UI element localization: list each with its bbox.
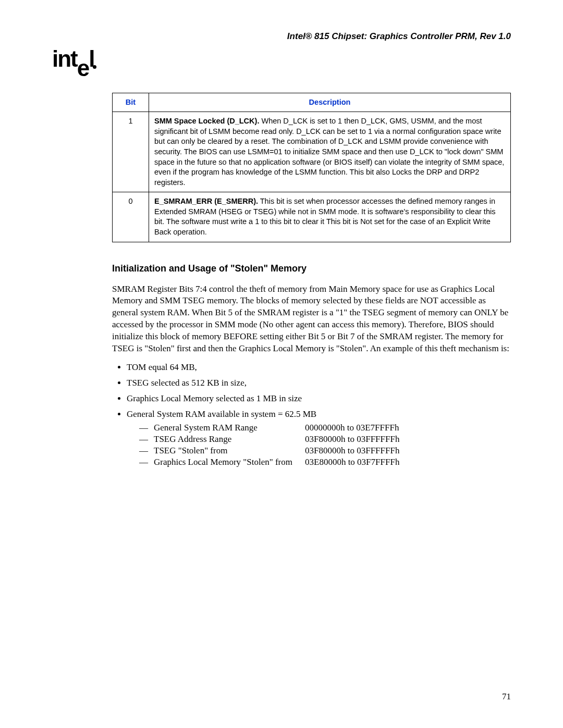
page-container: Intel® 815 Chipset: Graphics Controller … <box>0 0 563 728</box>
dash-icon: — <box>139 434 154 445</box>
page-number: 71 <box>502 692 511 702</box>
section-heading: Initialization and Usage of "Stolen" Mem… <box>112 263 511 274</box>
intel-logo: intel <box>52 46 511 77</box>
desc-text: When D_LCK is set to 1 then D_LCK, GMS, … <box>154 117 504 186</box>
dash-icon: — <box>139 446 154 456</box>
sub-value: 03F80000h to 03FFFFFFh <box>305 446 511 456</box>
dash-icon: — <box>139 423 154 433</box>
sub-list-item: — Graphics Local Memory "Stolen" from 03… <box>139 457 511 467</box>
list-item: TSEG selected as 512 KB in size, <box>127 378 511 388</box>
sub-list-item: — TSEG Address Range 03F80000h to 03FFFF… <box>139 434 511 445</box>
sub-label: General System RAM Range <box>154 423 305 433</box>
sub-label: TSEG "Stolen" from <box>154 446 305 456</box>
desc-strong: E_SMRAM_ERR (E_SMERR). <box>154 197 258 205</box>
table-header-bit: Bit <box>113 93 149 112</box>
table-header-description: Description <box>149 93 511 112</box>
list-item: Graphics Local Memory selected as 1 MB i… <box>127 393 511 404</box>
dash-icon: — <box>139 457 154 467</box>
content-body: Bit Description 1 SMM Space Locked (D_LC… <box>112 93 511 467</box>
sub-label: TSEG Address Range <box>154 434 305 445</box>
list-item-text: General System RAM available in system =… <box>127 409 316 419</box>
table-row: 1 SMM Space Locked (D_LCK). When D_LCK i… <box>113 112 511 192</box>
bullet-list: TOM equal 64 MB, TSEG selected as 512 KB… <box>127 362 511 467</box>
table-row: 0 E_SMRAM_ERR (E_SMERR). This bit is set… <box>113 192 511 242</box>
desc-cell: SMM Space Locked (D_LCK). When D_LCK is … <box>149 112 511 192</box>
document-header-title: Intel® 815 Chipset: Graphics Controller … <box>52 31 511 42</box>
bit-description-table: Bit Description 1 SMM Space Locked (D_LC… <box>112 93 511 242</box>
sub-list-item: — TSEG "Stolen" from 03F80000h to 03FFFF… <box>139 446 511 456</box>
list-item: TOM equal 64 MB, <box>127 362 511 373</box>
bit-cell: 1 <box>113 112 149 192</box>
list-item: General System RAM available in system =… <box>127 409 511 467</box>
bit-cell: 0 <box>113 192 149 242</box>
desc-cell: E_SMRAM_ERR (E_SMERR). This bit is set w… <box>149 192 511 242</box>
desc-strong: SMM Space Locked (D_LCK). <box>154 117 259 125</box>
sub-label: Graphics Local Memory "Stolen" from <box>154 457 305 467</box>
sub-list: — General System RAM Range 00000000h to … <box>139 423 511 467</box>
sub-value: 03F80000h to 03FFFFFFh <box>305 434 511 445</box>
section-paragraph: SMRAM Register Bits 7:4 control the thef… <box>112 283 511 355</box>
sub-list-item: — General System RAM Range 00000000h to … <box>139 423 511 433</box>
sub-value: 03E80000h to 03F7FFFFh <box>305 457 511 467</box>
sub-value: 00000000h to 03E7FFFFh <box>305 423 511 433</box>
